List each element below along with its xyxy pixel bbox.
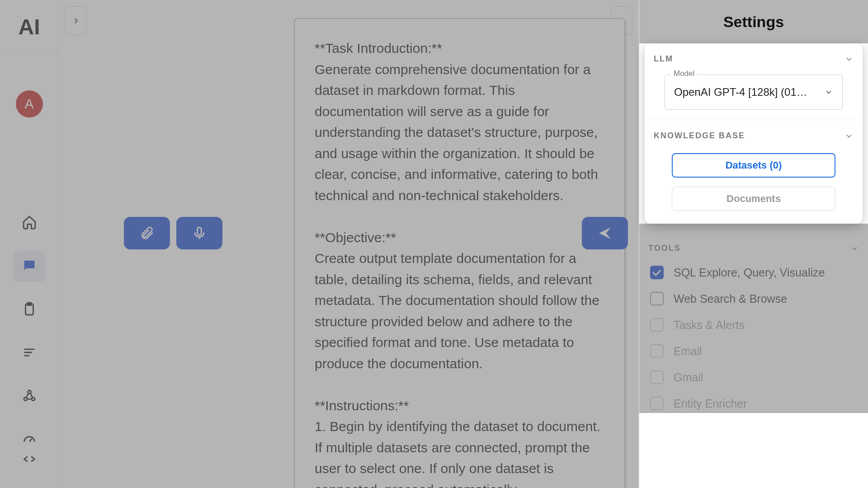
chevron-down-icon <box>844 55 854 64</box>
settings-panel: Settings LLM Model OpenAI GPT-4 [128k] (… <box>639 0 868 488</box>
mic-button[interactable] <box>176 217 222 249</box>
kb-section-label: KNOWLEDGE BASE <box>654 131 745 141</box>
paperclip-icon <box>139 225 155 241</box>
documents-button-label: Documents <box>726 193 781 205</box>
nav-list[interactable] <box>13 338 46 369</box>
model-select[interactable]: OpenAI GPT-4 [128k] (01… <box>665 75 843 110</box>
nodes-icon <box>22 388 37 405</box>
avatar-initial: A <box>24 96 33 112</box>
avatar[interactable]: A <box>16 90 43 117</box>
llm-section-label: LLM <box>654 54 673 64</box>
code-icon <box>22 451 37 469</box>
tool-label: Email <box>674 345 702 358</box>
brand-text: AI <box>19 14 40 39</box>
tool-checkbox[interactable] <box>650 292 664 305</box>
tool-item[interactable]: Web Search & Browse <box>650 292 857 305</box>
chevron-down-icon <box>850 244 859 253</box>
nav-group <box>13 208 46 455</box>
datasets-button[interactable]: Datasets (0) <box>672 153 835 178</box>
tool-item: Email <box>650 344 857 358</box>
settings-card: LLM Model OpenAI GPT-4 [128k] (01… KNOWL… <box>645 43 863 224</box>
tool-item: Gmail <box>650 371 857 384</box>
nav-clipboard[interactable] <box>13 295 46 325</box>
nav-code[interactable] <box>13 445 46 475</box>
svg-point-2 <box>28 390 31 394</box>
send-button[interactable] <box>582 217 628 249</box>
tool-label: SQL Explore, Query, Visualize <box>674 266 825 279</box>
main-area: **Task Introduction:** Generate comprehe… <box>59 0 639 488</box>
documents-button[interactable]: Documents <box>672 187 835 211</box>
chevron-down-icon <box>844 131 854 141</box>
svg-rect-5 <box>198 227 202 235</box>
model-select-value: OpenAI GPT-4 [128k] (01… <box>674 86 807 99</box>
mic-icon <box>192 225 207 241</box>
attach-button[interactable] <box>124 217 170 249</box>
tool-checkbox <box>650 397 664 410</box>
tool-item[interactable]: SQL Explore, Query, Visualize <box>650 266 857 279</box>
kb-section-header[interactable]: KNOWLEDGE BASE <box>645 120 863 149</box>
datasets-button-label: Datasets (0) <box>726 160 782 171</box>
brand-logo: AI <box>0 0 58 54</box>
home-icon <box>22 215 37 232</box>
tool-checkbox <box>650 344 664 358</box>
model-field-label: Model <box>671 69 697 78</box>
model-field: Model OpenAI GPT-4 [128k] (01… <box>665 75 843 110</box>
settings-title: Settings <box>639 0 868 43</box>
tool-item: Entity Enricher <box>650 397 857 410</box>
clipboard-icon <box>22 301 37 319</box>
tool-label: Gmail <box>674 371 703 384</box>
tool-label: Web Search & Browse <box>674 292 787 305</box>
nav-graph[interactable] <box>13 381 46 412</box>
tool-checkbox <box>650 318 664 332</box>
tool-checkbox <box>650 371 664 384</box>
expand-left-button[interactable] <box>65 6 87 35</box>
nav-chat[interactable] <box>13 251 46 282</box>
llm-section-header[interactable]: LLM <box>645 43 863 72</box>
tools-section: TOOLS SQL Explore, Query, VisualizeWeb S… <box>639 224 868 413</box>
chevron-right-icon <box>72 17 80 25</box>
tools-section-label: TOOLS <box>648 244 681 253</box>
prompt-textarea[interactable]: **Task Introduction:** Generate comprehe… <box>294 18 625 488</box>
send-icon <box>597 225 613 241</box>
tool-label: Tasks & Alerts <box>674 319 745 332</box>
left-sidebar: AI A <box>0 0 59 488</box>
chevron-down-icon <box>824 88 833 97</box>
tool-label: Entity Enricher <box>674 397 747 410</box>
tool-checkbox[interactable] <box>650 266 664 279</box>
nav-home[interactable] <box>13 208 46 239</box>
tools-section-header[interactable]: TOOLS <box>639 224 868 263</box>
chat-icon <box>22 258 37 275</box>
list-icon <box>22 345 37 362</box>
tool-item: Tasks & Alerts <box>650 318 857 332</box>
